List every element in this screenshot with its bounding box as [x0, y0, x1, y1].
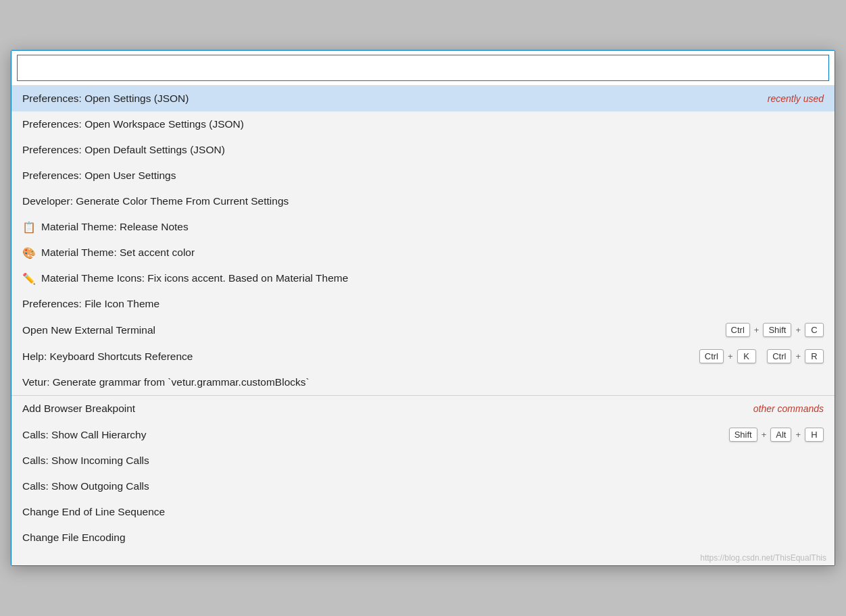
item-label: Preferences: Open Workspace Settings (JS…	[22, 118, 244, 130]
list-item[interactable]: Calls: Show Outgoing Calls	[11, 473, 835, 499]
item-text: Developer: Generate Color Theme From Cur…	[22, 195, 289, 207]
shortcut-group: Ctrl + K Ctrl + R	[699, 349, 824, 363]
item-label: Vetur: Generate grammar from `vetur.gram…	[22, 376, 309, 388]
recently-used-badge: recently used	[768, 93, 824, 104]
list-item[interactable]: Preferences: Open Default Settings (JSON…	[11, 137, 835, 163]
kbd-c: C	[805, 323, 824, 337]
list-item[interactable]: Developer: Generate Color Theme From Cur…	[11, 188, 835, 214]
shortcut-group: Ctrl + Shift + C	[726, 323, 824, 337]
item-label: Preferences: Open Settings (JSON)	[22, 93, 189, 105]
kbd-alt: Alt	[770, 428, 791, 442]
kbd-shift: Shift	[763, 323, 791, 337]
item-text: Help: Keyboard Shortcuts Reference	[22, 351, 193, 363]
item-label: Calls: Show Call Hierarchy	[22, 429, 146, 441]
kbd-sep: +	[794, 430, 802, 440]
item-right: other commands	[753, 403, 824, 414]
item-text: Preferences: Open Settings (JSON)	[22, 93, 189, 105]
watermark-text: https://blog.csdn.net/ThisEqualThis	[700, 553, 826, 563]
item-label: Change End of Line Sequence	[22, 506, 165, 518]
item-text: Vetur: Generate grammar from `vetur.gram…	[22, 376, 309, 388]
other-commands-badge: other commands	[753, 403, 824, 414]
list-item[interactable]: Preferences: Open Workspace Settings (JS…	[11, 111, 835, 137]
item-text: Preferences: File Icon Theme	[22, 298, 159, 310]
item-label: 🎨 Material Theme: Set accent color	[22, 247, 195, 259]
kbd-r: R	[805, 349, 824, 363]
item-text: Add Browser Breakpoint	[22, 403, 135, 415]
kbd-sep2: +	[794, 351, 802, 361]
item-text: Preferences: Open Default Settings (JSON…	[22, 144, 225, 156]
list-item[interactable]: Change File Encoding	[11, 525, 835, 550]
item-text: Material Theme: Release Notes	[41, 221, 189, 233]
list-item[interactable]: Preferences: Open User Settings	[11, 163, 835, 188]
item-label: Preferences: Open Default Settings (JSON…	[22, 144, 225, 156]
item-label: Preferences: File Icon Theme	[22, 298, 159, 310]
palette-icon: 🎨	[22, 247, 36, 259]
item-label: Preferences: Open User Settings	[22, 170, 176, 182]
kbd-sep: +	[726, 351, 735, 361]
item-text: Change End of Line Sequence	[22, 506, 165, 518]
item-label: Help: Keyboard Shortcuts Reference	[22, 351, 193, 363]
list-item[interactable]: Add Browser Breakpoint other commands	[11, 396, 835, 421]
list-item[interactable]: Calls: Show Call Hierarchy Shift + Alt +…	[11, 421, 835, 448]
list-item[interactable]: Change End of Line Sequence	[11, 499, 835, 525]
item-text: Open New External Terminal	[22, 324, 155, 336]
search-input-wrapper: >	[11, 51, 835, 86]
kbd-sep: +	[753, 325, 761, 335]
watermark: https://blog.csdn.net/ThisEqualThis	[11, 550, 835, 565]
shortcut-group: Shift + Alt + H	[729, 428, 824, 442]
list-item[interactable]: Vetur: Generate grammar from `vetur.gram…	[11, 369, 835, 395]
search-input[interactable]: >	[17, 55, 829, 81]
list-item[interactable]: 🎨 Material Theme: Set accent color	[11, 240, 835, 265]
clipboard-icon: 📋	[22, 221, 36, 234]
list-item[interactable]: 📋 Material Theme: Release Notes	[11, 214, 835, 240]
list-item[interactable]: Open New External Terminal Ctrl + Shift …	[11, 317, 835, 343]
item-label: ✏️ Material Theme Icons: Fix icons accen…	[22, 272, 348, 285]
list-item[interactable]: Preferences: Open Settings (JSON) recent…	[11, 86, 835, 111]
item-text: Preferences: Open Workspace Settings (JS…	[22, 118, 244, 130]
item-text: Material Theme Icons: Fix icons accent. …	[41, 272, 348, 284]
item-right: recently used	[768, 93, 824, 104]
command-palette: > Preferences: Open Settings (JSON) rece…	[11, 50, 835, 566]
item-text: Change File Encoding	[22, 532, 126, 544]
item-label: Developer: Generate Color Theme From Cur…	[22, 195, 289, 207]
item-text: Calls: Show Incoming Calls	[22, 455, 149, 467]
kbd-sep: +	[760, 430, 768, 440]
item-label: Change File Encoding	[22, 532, 126, 544]
kbd-ctrl: Ctrl	[699, 349, 724, 363]
pencil-icon: ✏️	[22, 272, 36, 285]
list-item[interactable]: Preferences: File Icon Theme	[11, 291, 835, 317]
item-text: Calls: Show Call Hierarchy	[22, 429, 146, 441]
kbd-h: H	[805, 428, 824, 442]
item-label: Calls: Show Incoming Calls	[22, 455, 149, 467]
item-text: Material Theme: Set accent color	[41, 247, 195, 259]
kbd-sep: +	[794, 325, 802, 335]
kbd-shift: Shift	[729, 428, 757, 442]
item-text: Calls: Show Outgoing Calls	[22, 480, 149, 492]
item-label: Calls: Show Outgoing Calls	[22, 480, 149, 492]
item-label: 📋 Material Theme: Release Notes	[22, 221, 189, 234]
item-label: Add Browser Breakpoint	[22, 403, 135, 415]
kbd-ctrl2: Ctrl	[767, 349, 791, 363]
list-item[interactable]: Help: Keyboard Shortcuts Reference Ctrl …	[11, 343, 835, 369]
results-list: Preferences: Open Settings (JSON) recent…	[11, 86, 835, 550]
list-item[interactable]: Calls: Show Incoming Calls	[11, 448, 835, 473]
kbd-k: K	[737, 349, 756, 363]
list-item[interactable]: ✏️ Material Theme Icons: Fix icons accen…	[11, 265, 835, 291]
item-text: Preferences: Open User Settings	[22, 170, 176, 182]
item-label: Open New External Terminal	[22, 324, 155, 336]
kbd-ctrl: Ctrl	[726, 323, 750, 337]
